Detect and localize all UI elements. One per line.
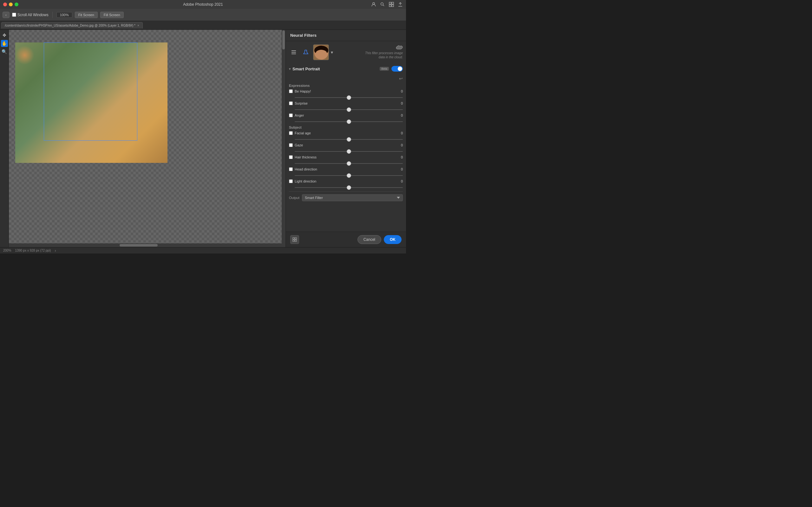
- document-tab[interactable]: /content/dam/ccfirstmile/PHSP/en_US/asse…: [1, 22, 143, 29]
- smart-portrait-title: Smart Portrait: [293, 66, 320, 71]
- hair-thickness-value: 0: [398, 155, 403, 159]
- h-scroll-thumb[interactable]: [119, 244, 158, 246]
- zoom-level: 200%: [3, 249, 11, 252]
- gaze-checkbox[interactable]: [289, 143, 293, 147]
- zoom-icon: 🔍: [2, 49, 7, 54]
- layout-icon[interactable]: [389, 2, 394, 7]
- anger-checkbox[interactable]: [289, 113, 293, 117]
- ok-button[interactable]: OK: [384, 235, 402, 244]
- footer-action-buttons: Cancel OK: [357, 235, 402, 244]
- svg-point-42: [316, 50, 327, 57]
- cancel-button[interactable]: Cancel: [357, 235, 381, 244]
- facial-age-value: 0: [398, 131, 403, 135]
- filter-flask-icon-button[interactable]: [301, 48, 310, 57]
- output-select[interactable]: Smart Filter New Layer Duplicate Layer C…: [302, 194, 403, 201]
- horizontal-scrollbar[interactable]: [9, 243, 286, 247]
- statusbar: 200% 1390 px x 928 px (72 ppi) ›: [0, 247, 406, 253]
- svg-rect-5: [389, 5, 391, 7]
- cloud-description: This filter processes image data in the …: [358, 51, 403, 59]
- light-direction-slider[interactable]: [295, 187, 403, 188]
- vertical-scrollbar[interactable]: [282, 30, 286, 243]
- fit-screen-button[interactable]: Fit Screen: [75, 12, 98, 18]
- output-row: Output Smart Filter New Layer Duplicate …: [289, 191, 403, 204]
- main-layout: ✥ ✋ 🔍: [0, 30, 406, 247]
- subject-group-label: Subject: [289, 125, 403, 129]
- filter-preview-container: ▾ This filter processes image data in th…: [313, 44, 403, 60]
- smart-portrait-section-header[interactable]: ▾ Smart Portrait Beta: [289, 64, 403, 73]
- facial-age-slider[interactable]: [295, 139, 403, 140]
- svg-line-2: [383, 5, 385, 6]
- surprise-checkbox[interactable]: [289, 101, 293, 105]
- be-happy-label: Be Happy!: [295, 89, 311, 93]
- canvas-image[interactable]: [15, 43, 167, 163]
- neural-filters-body[interactable]: ▾ This filter processes image data in th…: [286, 41, 406, 232]
- titlebar: Adobe Photoshop 2021: [0, 0, 406, 9]
- bokeh-blob: [15, 46, 34, 65]
- footer-history-button[interactable]: [290, 235, 299, 244]
- output-label: Output: [289, 196, 299, 200]
- hair-thickness-header: Hair thickness 0: [289, 155, 403, 159]
- head-direction-slider[interactable]: [295, 175, 403, 176]
- hand-tool-button[interactable]: ✋: [1, 40, 8, 47]
- anger-label: Anger: [295, 113, 304, 117]
- status-arrow-right[interactable]: ›: [55, 248, 56, 253]
- fill-screen-button[interactable]: Fill Screen: [100, 12, 124, 18]
- v-scroll-thumb[interactable]: [282, 31, 285, 49]
- reset-button-row: ↩: [289, 76, 403, 81]
- scroll-all-windows-checkbox[interactable]: [12, 13, 16, 17]
- svg-point-1: [381, 3, 384, 5]
- scroll-all-windows-group: Scroll All Windows: [12, 13, 49, 17]
- facial-age-left: Facial age: [289, 131, 311, 135]
- light-direction-slider-row: [289, 184, 403, 189]
- share-icon[interactable]: [398, 2, 403, 7]
- neural-filters-header: Neural Filters: [286, 30, 406, 41]
- scroll-all-windows-label[interactable]: Scroll All Windows: [17, 13, 49, 17]
- maximize-button[interactable]: [14, 3, 18, 6]
- gaze-control: Gaze 0: [289, 143, 403, 153]
- neural-filters-footer: Cancel OK: [286, 232, 406, 247]
- anger-slider[interactable]: [295, 121, 403, 122]
- surprise-slider[interactable]: [295, 109, 403, 110]
- surprise-slider-row: [289, 107, 403, 111]
- head-direction-checkbox[interactable]: [289, 167, 293, 171]
- close-button[interactable]: [3, 3, 7, 6]
- smart-portrait-title-group: ▾ Smart Portrait: [289, 66, 320, 71]
- hair-thickness-label: Hair thickness: [295, 155, 316, 159]
- tab-close-button[interactable]: ×: [137, 24, 139, 27]
- surprise-label: Surprise: [295, 101, 308, 105]
- back-button[interactable]: ‹: [3, 12, 9, 18]
- zoom-input[interactable]: [56, 12, 72, 18]
- facial-age-checkbox[interactable]: [289, 131, 293, 135]
- zoom-tool-button[interactable]: 🔍: [1, 48, 8, 55]
- tabbar: /content/dam/ccfirstmile/PHSP/en_US/asse…: [0, 21, 406, 30]
- light-direction-header: Light direction 0: [289, 179, 403, 183]
- gaze-slider[interactable]: [295, 151, 403, 152]
- dimensions: 1390 px x 928 px (72 ppi): [15, 249, 51, 252]
- head-direction-value: 0: [398, 167, 403, 171]
- canvas-area[interactable]: [9, 30, 286, 247]
- be-happy-checkbox[interactable]: [289, 89, 293, 93]
- footer-left-buttons: [290, 235, 299, 244]
- be-happy-header: Be Happy! 0: [289, 89, 403, 93]
- head-direction-label: Head direction: [295, 167, 317, 171]
- gaze-slider-row: [289, 148, 403, 153]
- hair-thickness-checkbox[interactable]: [289, 155, 293, 159]
- filter-list-icon-button[interactable]: [289, 48, 299, 57]
- gaze-left: Gaze: [289, 143, 303, 147]
- toolbar: ‹ Scroll All Windows Fit Screen Fill Scr…: [0, 9, 406, 21]
- search-icon[interactable]: [380, 2, 385, 7]
- window-controls: [3, 3, 18, 6]
- hand-icon: ✋: [2, 41, 7, 46]
- hair-thickness-slider[interactable]: [295, 163, 403, 164]
- smart-portrait-toggle[interactable]: [392, 66, 403, 72]
- light-direction-checkbox[interactable]: [289, 179, 293, 183]
- cloud-icon: [396, 45, 403, 50]
- be-happy-slider[interactable]: [295, 97, 403, 98]
- move-tool-button[interactable]: ✥: [1, 32, 8, 39]
- account-icon[interactable]: [371, 2, 376, 7]
- reset-button[interactable]: ↩: [399, 76, 403, 81]
- filter-preview-chevron-button[interactable]: ▾: [331, 50, 333, 55]
- tab-label: /content/dam/ccfirstmile/PHSP/en_US/asse…: [5, 24, 136, 27]
- minimize-button[interactable]: [9, 3, 13, 6]
- filter-top-row: ▾ This filter processes image data in th…: [289, 44, 403, 60]
